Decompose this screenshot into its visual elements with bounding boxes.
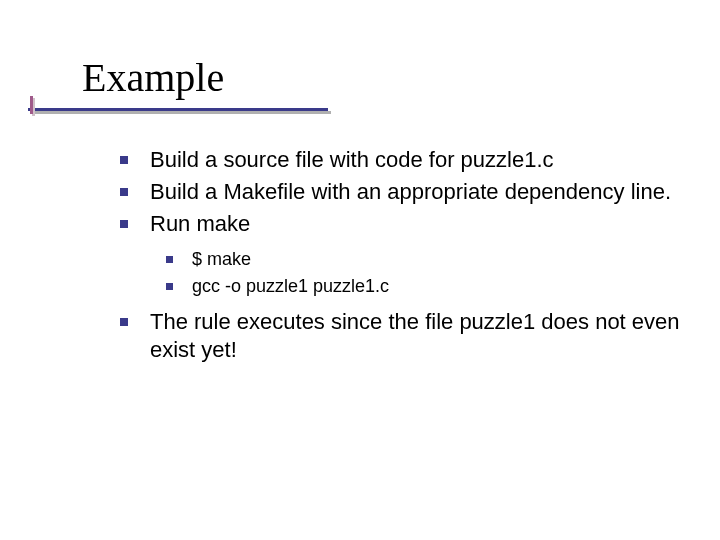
bullet-list: Build a source file with code for puzzle… (120, 146, 680, 364)
title-underline (28, 108, 328, 111)
sub-bullet-item: $ make (166, 248, 680, 271)
bullet-text: Run make (150, 211, 250, 236)
bullet-text: Build a Makefile with an appropriate dep… (150, 179, 671, 204)
sub-bullet-text: gcc -o puzzle1 puzzle1.c (192, 276, 389, 296)
title-wrap: Example (82, 54, 224, 101)
slide-body: Build a source file with code for puzzle… (120, 146, 680, 368)
slide-title: Example (82, 54, 224, 101)
bullet-text: The rule executes since the file puzzle1… (150, 309, 680, 362)
sub-bullet-list: $ make gcc -o puzzle1 puzzle1.c (166, 248, 680, 297)
bullet-item: Build a Makefile with an appropriate dep… (120, 178, 680, 206)
title-accent-tick (30, 96, 33, 114)
bullet-text: Build a source file with code for puzzle… (150, 147, 554, 172)
bullet-item: The rule executes since the file puzzle1… (120, 308, 680, 364)
bullet-item: Build a source file with code for puzzle… (120, 146, 680, 174)
sub-bullet-text: $ make (192, 249, 251, 269)
sub-bullet-item: gcc -o puzzle1 puzzle1.c (166, 275, 680, 298)
bullet-item: Run make $ make gcc -o puzzle1 puzzle1.c (120, 210, 680, 297)
slide: Example Build a source file with code fo… (0, 0, 720, 540)
